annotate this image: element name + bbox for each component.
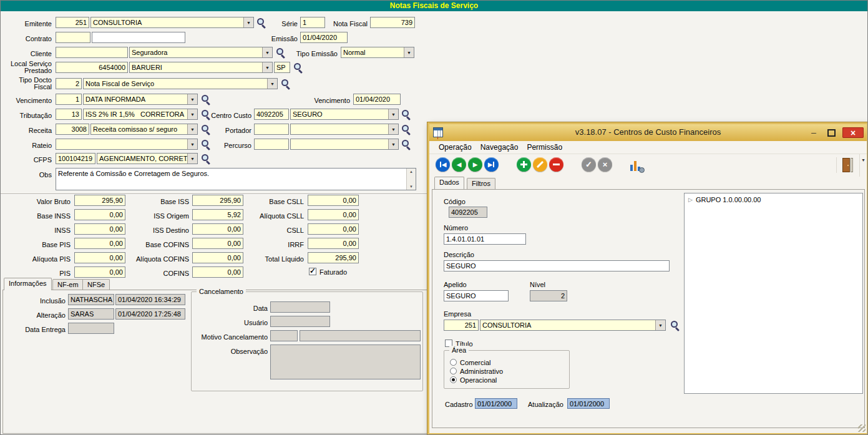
local-servico-lookup-icon[interactable]	[293, 62, 303, 73]
local-servico-code-field[interactable]: 6454000	[56, 62, 128, 73]
vencimento-code-field[interactable]: 1	[56, 94, 82, 105]
add-button[interactable]	[517, 157, 531, 172]
delete-button[interactable]	[549, 157, 563, 172]
tipo-docto-select[interactable]: Nota Fiscal de Serviço ▼	[83, 78, 278, 89]
cfps-select[interactable]: AGENCIAMENTO, CORRETAGEM ▼	[97, 153, 198, 164]
valor-bruto-field[interactable]: 295,90	[74, 195, 125, 206]
tab-nfse[interactable]: NFSe	[82, 279, 110, 290]
cc-tab-filtros[interactable]: Filtros	[467, 178, 495, 189]
menu-operacao[interactable]: Operação	[437, 143, 473, 152]
alteracao-user-field: SARAS	[68, 308, 114, 320]
tab-nf-em[interactable]: NF-em	[52, 279, 84, 290]
aliquota-pis-field[interactable]: 0,00	[74, 252, 125, 263]
portador-select[interactable]: ▼	[290, 124, 399, 135]
base-csll-label: Base CSLL	[241, 196, 304, 207]
chart-button[interactable]	[629, 158, 644, 172]
receita-select[interactable]: Receita comissao s/ seguro ▼	[90, 124, 198, 135]
receita-lookup-icon[interactable]	[200, 124, 211, 135]
scroll-down-icon[interactable]: ▼	[407, 185, 416, 188]
nav-first-button[interactable]: ◀	[436, 157, 450, 172]
emitente-select[interactable]: CONSULTORIA ▼	[90, 17, 254, 28]
maximize-button[interactable]	[823, 127, 839, 138]
faturado-checkbox[interactable]	[309, 268, 316, 275]
tributacao-lookup-icon[interactable]	[200, 109, 211, 120]
centro-custo-code-field[interactable]: 4092205	[254, 109, 289, 120]
cancel-button[interactable]: ×	[598, 157, 612, 172]
minimize-button[interactable]: ─	[806, 127, 822, 138]
portador-lookup-icon[interactable]	[401, 124, 411, 135]
tipo-emissao-select[interactable]: Normal ▼	[341, 47, 414, 58]
obs-scrollbar[interactable]: ▲ ▼	[406, 169, 416, 190]
menu-permissao[interactable]: Permissão	[525, 143, 563, 152]
tab-informacoes[interactable]: Informações	[4, 278, 52, 290]
chevron-down-icon: ▼	[262, 62, 272, 72]
motivo-cancelamento-desc-field	[300, 330, 421, 341]
total-liquido-field[interactable]: 295,90	[308, 252, 359, 263]
portador-code-field[interactable]	[254, 124, 289, 135]
base-inss-field[interactable]: 0,00	[74, 209, 125, 220]
iss-origem-field[interactable]: 5,92	[192, 209, 243, 220]
centro-custo-select[interactable]: SEGURO ▼	[290, 109, 399, 120]
base-pis-field[interactable]: 0,00	[74, 238, 125, 249]
iss-destino-field[interactable]: 0,00	[192, 223, 243, 235]
rateio-lookup-icon[interactable]	[200, 139, 211, 150]
scroll-up-icon[interactable]: ▲	[407, 170, 416, 174]
pis-field[interactable]: 0,00	[74, 266, 125, 278]
nav-last-button[interactable]: ▶	[484, 157, 499, 172]
contrato-desc-field[interactable]	[92, 32, 185, 43]
rateio-select[interactable]: ▼	[56, 139, 198, 150]
local-servico-select[interactable]: BARUERI ▼	[129, 62, 273, 73]
cc-titlebar[interactable]: v3.18.07 - Centros de Custo Financeiros …	[429, 124, 867, 141]
obs-textarea[interactable]: Referente á Comissão e Corretagem de Seg…	[56, 168, 416, 190]
aliquota-csll-field[interactable]: 0,00	[308, 209, 359, 220]
cofins-field[interactable]: 0,00	[192, 266, 243, 278]
inclusao-label: Inclusão	[11, 295, 66, 306]
tipo-docto-code-field[interactable]: 2	[56, 78, 82, 89]
aliquota-cofins-field[interactable]: 0,00	[192, 252, 243, 263]
uf-field[interactable]: SP	[274, 62, 290, 73]
main-window-titlebar[interactable]: Notas Fiscais de Serviço	[1, 1, 867, 11]
contrato-code-field[interactable]	[56, 32, 90, 43]
chart-bar-icon	[634, 161, 636, 171]
nav-previous-button[interactable]: ◀	[452, 157, 466, 172]
base-cofins-field[interactable]: 0,00	[192, 238, 243, 249]
receita-code-field[interactable]: 3008	[56, 124, 89, 135]
irrf-field[interactable]: 0,00	[308, 238, 359, 249]
close-button[interactable]: ×	[842, 127, 864, 138]
percurso-select[interactable]: ▼	[290, 139, 399, 150]
centro-custo-lookup-icon[interactable]	[401, 109, 411, 120]
cfps-lookup-icon[interactable]	[200, 154, 211, 164]
emitente-lookup-icon[interactable]	[256, 17, 266, 28]
menu-navegacao[interactable]: Navegação	[479, 143, 520, 152]
edit-button[interactable]	[533, 157, 547, 172]
portador-select-value	[291, 124, 388, 134]
serie-field[interactable]: 1	[300, 17, 325, 28]
vencimento-data-field[interactable]: 01/04/2020	[353, 94, 401, 105]
tributacao-select[interactable]: ISS 2% IR 1,5% CORRETORA ▼	[83, 109, 198, 120]
nota-fiscal-field[interactable]: 739	[370, 17, 415, 28]
confirm-button[interactable]: ✓	[582, 157, 596, 172]
valor-bruto-label: Valor Bruto	[1, 196, 71, 207]
maximize-icon	[827, 129, 836, 137]
exit-button[interactable]	[842, 158, 853, 172]
percurso-lookup-icon[interactable]	[401, 139, 411, 150]
base-iss-field[interactable]: 295,90	[192, 195, 243, 206]
tributacao-code-field[interactable]: 13	[56, 109, 82, 120]
csll-field[interactable]: 0,00	[308, 223, 359, 235]
emissao-field[interactable]: 01/04/2020	[300, 32, 348, 43]
nav-next-button[interactable]: ▶	[468, 157, 482, 172]
cliente-lookup-icon[interactable]	[275, 47, 286, 58]
cliente-select[interactable]: Seguradora ▼	[129, 47, 273, 58]
cfps-code-field[interactable]: 100104219	[56, 153, 95, 164]
toolbar-overflow-button[interactable]: ▾	[859, 154, 867, 177]
base-csll-field[interactable]: 0,00	[308, 195, 359, 206]
vencimento-lookup-icon[interactable]	[200, 94, 211, 105]
tipo-docto-lookup-icon[interactable]	[280, 79, 291, 89]
vencimento-select[interactable]: DATA INFORMADA ▼	[83, 94, 198, 105]
inss-field[interactable]: 0,00	[74, 223, 125, 235]
cliente-code-field[interactable]	[56, 47, 128, 58]
cc-tab-dados[interactable]: Dados	[434, 177, 464, 189]
percurso-code-field[interactable]	[254, 139, 289, 150]
emitente-code-field[interactable]: 251	[56, 17, 89, 28]
data-entrega-field[interactable]	[68, 323, 114, 334]
